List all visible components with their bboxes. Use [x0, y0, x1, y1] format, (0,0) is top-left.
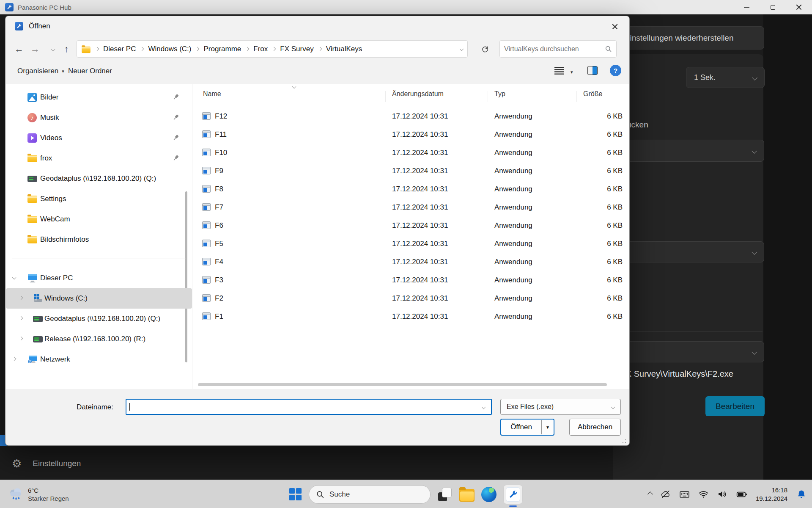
recent-locations-chevron-icon[interactable]	[45, 41, 60, 58]
help-icon[interactable]: ?	[610, 65, 621, 76]
weather-widget[interactable]: 6°C Starker Regen	[8, 480, 69, 508]
breadcrumb-item[interactable]: Windows (C:)	[148, 45, 191, 53]
notification-bell-icon[interactable]	[796, 489, 807, 500]
horizontal-scrollbar[interactable]	[198, 383, 607, 386]
file-row[interactable]: F917.12.2024 10:31Anwendung6 KB	[6, 162, 630, 180]
back-button[interactable]: ←	[11, 41, 27, 58]
column-header-size[interactable]: Größe	[583, 90, 602, 98]
view-mode-caret-icon[interactable]: ▾	[571, 68, 573, 75]
file-list: F1217.12.2024 10:31Anwendung6 KB F1117.1…	[6, 107, 630, 326]
organize-button[interactable]: Organisieren ▾	[17, 64, 64, 78]
touch-keyboard-icon[interactable]	[679, 489, 690, 500]
cancel-button[interactable]: Abbrechen	[569, 419, 621, 436]
open-button[interactable]: Öffnen	[501, 420, 541, 435]
preview-pane-icon[interactable]	[587, 66, 598, 75]
panel-divider	[615, 331, 763, 331]
open-file-dialog: Öffnen ← → ↑ Dieser PC Windows (C:) Prog…	[5, 16, 630, 446]
file-row[interactable]: F1017.12.2024 10:31Anwendung6 KB	[6, 144, 630, 162]
exe-file-icon	[202, 167, 211, 174]
breadcrumb-item[interactable]: VirtualKeys	[326, 45, 362, 53]
chevron-collapsed-icon[interactable]	[12, 357, 16, 361]
search-box[interactable]	[499, 40, 617, 58]
breadcrumb-item[interactable]: Frox	[253, 45, 268, 53]
file-row[interactable]: F217.12.2024 10:31Anwendung6 KB	[6, 289, 630, 307]
minimize-icon[interactable]	[733, 0, 760, 14]
interval-value: 1 Sek.	[694, 73, 716, 82]
file-row[interactable]: F517.12.2024 10:31Anwendung6 KB	[6, 235, 630, 253]
resize-grip[interactable]	[620, 437, 626, 443]
file-row[interactable]: F617.12.2024 10:31Anwendung6 KB	[6, 216, 630, 235]
dialog-title: Öffnen	[29, 22, 50, 30]
up-button[interactable]: ↑	[59, 41, 74, 58]
exe-file-icon	[202, 149, 211, 156]
close-icon[interactable]	[786, 0, 812, 14]
exe-file-icon	[202, 276, 211, 284]
network-icon	[27, 355, 38, 364]
app-right-backdrop	[763, 14, 812, 480]
chevron-right-icon	[95, 47, 99, 51]
tree-item-netzwerk[interactable]: Netzwerk	[6, 349, 192, 370]
taskbar-search[interactable]: Suche	[309, 485, 431, 504]
edit-button[interactable]: Bearbeiten	[705, 396, 765, 416]
dialog-titlebar: Öffnen	[5, 16, 629, 36]
hotkey-dropdown-1[interactable]	[615, 140, 764, 162]
interval-dropdown[interactable]: 1 Sek.	[686, 67, 765, 88]
file-row[interactable]: F717.12.2024 10:31Anwendung6 KB	[6, 198, 630, 216]
file-row[interactable]: F1117.12.2024 10:31Anwendung6 KB	[6, 125, 630, 144]
settings-label: Einstellungen	[33, 459, 81, 468]
tray-chevron-up-icon[interactable]	[648, 492, 652, 496]
start-button-icon[interactable]	[289, 488, 302, 501]
breadcrumb-item[interactable]: Dieser PC	[103, 45, 136, 53]
volume-icon[interactable]	[717, 489, 728, 500]
file-explorer-icon[interactable]	[459, 489, 475, 502]
file-row[interactable]: F417.12.2024 10:31Anwendung6 KB	[6, 253, 630, 271]
file-row[interactable]: F1217.12.2024 10:31Anwendung6 KB	[6, 107, 630, 125]
dialog-app-icon	[15, 22, 23, 30]
filename-input[interactable]	[130, 400, 472, 414]
chevron-down-icon[interactable]	[482, 405, 486, 409]
open-split-button[interactable]: Öffnen ▼	[500, 419, 554, 436]
settings-nav-item[interactable]: ⚙ Einstellungen	[12, 455, 81, 472]
rain-cloud-icon	[8, 486, 24, 502]
hotkey-dropdown-2[interactable]	[615, 241, 764, 262]
wifi-icon[interactable]	[698, 489, 709, 500]
search-icon	[605, 45, 612, 52]
refresh-icon[interactable]	[476, 40, 494, 58]
caret-down-icon: ▾	[62, 69, 64, 74]
file-row[interactable]: F317.12.2024 10:31Anwendung6 KB	[6, 271, 630, 289]
new-folder-button[interactable]: Neuer Ordner	[68, 64, 112, 78]
dialog-close-icon[interactable]	[606, 19, 624, 34]
desktops-app-icon[interactable]	[437, 487, 453, 502]
breadcrumb-item[interactable]: Programme	[203, 45, 241, 53]
filetype-dropdown[interactable]: Exe Files (.exe)	[500, 399, 621, 415]
search-input[interactable]	[504, 45, 605, 53]
column-header-type[interactable]: Typ	[494, 90, 505, 98]
onedrive-offline-icon[interactable]	[661, 489, 671, 500]
column-header-date[interactable]: Änderungsdatum	[392, 90, 444, 98]
clock-date: 19.12.2024	[756, 494, 787, 503]
address-history-chevron-icon[interactable]	[460, 47, 464, 51]
column-header-name[interactable]: Name	[203, 90, 221, 98]
open-dropdown-icon[interactable]: ▼	[542, 420, 554, 435]
chevron-right-icon	[318, 47, 322, 51]
tree-item-release[interactable]: Release (\\192.168.100.20) (R:)	[6, 329, 192, 349]
panasonic-hub-taskbar-icon[interactable]	[503, 485, 523, 504]
edge-browser-icon[interactable]	[481, 487, 497, 502]
chevron-down-icon	[611, 405, 615, 409]
view-mode-list-icon[interactable]	[554, 67, 564, 75]
breadcrumb-item[interactable]: FX Survey	[280, 45, 313, 53]
battery-icon[interactable]	[736, 489, 747, 500]
filename-combobox[interactable]	[126, 399, 492, 415]
filetype-value: Exe Files (.exe)	[507, 403, 554, 411]
screen: Panasonic PC Hub rdeinstellungen wiederh…	[0, 0, 812, 508]
exe-file-icon	[202, 294, 211, 302]
file-row[interactable]: F817.12.2024 10:31Anwendung6 KB	[6, 180, 630, 198]
hotkey-dropdown-3[interactable]	[615, 341, 764, 362]
taskbar-clock[interactable]: 16:18 19.12.2024	[756, 486, 787, 502]
forward-button[interactable]: →	[27, 41, 43, 58]
maximize-icon[interactable]	[760, 0, 786, 14]
file-row[interactable]: F117.12.2024 10:31Anwendung6 KB	[6, 307, 630, 326]
folder-icon	[82, 46, 91, 52]
restore-defaults-button[interactable]: rdeinstellungen wiederherstellen	[615, 26, 764, 50]
chevron-collapsed-icon[interactable]	[19, 337, 23, 341]
